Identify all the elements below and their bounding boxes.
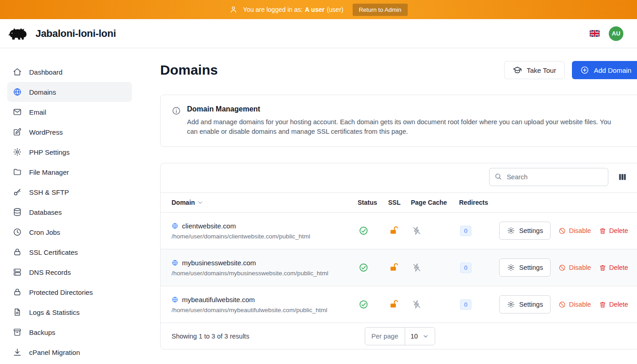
document-root-path: /home/user/domains/mybusinesswebsite.com… [172,270,358,277]
lock-icon [13,288,22,297]
status-active-icon [359,299,369,309]
status-active-icon [359,263,369,273]
sidebar-item-php-settings[interactable]: PHP Settings [7,142,132,162]
user-icon [229,5,238,14]
domain-management-info-card: Domain Management Add and manage domains… [160,95,637,147]
sidebar-item-dashboard[interactable]: Dashboard [7,62,132,82]
sidebar-item-email[interactable]: Email [7,102,132,122]
delete-button[interactable]: Delete [599,264,628,272]
sidebar-item-dns-records[interactable]: DNS Records [7,262,132,282]
column-header-redirects: Redirects [459,199,499,206]
sidebar-item-protected-directories[interactable]: Protected Directories [7,282,132,302]
table-header-row: Domain Status SSL Page Cache Redirects [161,192,637,212]
redirects-count-badge: 0 [460,263,471,273]
settings-button[interactable]: Settings [499,295,551,313]
database-icon [13,207,22,217]
per-page-control: Per page 10 [364,327,435,345]
status-active-icon [359,226,369,236]
disable-button[interactable]: Disable [558,301,591,308]
home-icon [13,67,22,76]
folder-icon [13,167,22,177]
sidebar-item-ssl-certificates[interactable]: SSL Certificates [7,242,132,262]
info-card-body: Add and manage domains for your hosting … [187,117,612,136]
page-cache-off-icon [412,263,422,273]
sidebar-item-cron-jobs[interactable]: Cron Jobs [7,222,132,242]
redirects-count-badge: 0 [460,226,471,236]
globe-icon [172,222,178,229]
sidebar-item-label: Backups [29,329,56,336]
column-settings-button[interactable] [617,171,628,183]
disable-button[interactable]: Disable [558,264,591,272]
delete-button[interactable]: Delete [599,227,628,235]
sidebar-item-label: Protected Directories [29,288,93,296]
document-root-path: /home/user/domains/clientwebsite.com/pub… [172,233,358,240]
sidebar-item-logs-statistics[interactable]: Logs & Statistics [7,302,132,322]
lock-icon [13,248,22,257]
gear-icon [507,300,515,308]
sidebar-item-label: File Manager [29,168,69,176]
pencil-square-icon [13,127,22,136]
domain-name[interactable]: mybusinesswebsite.com [182,259,256,267]
search-icon [494,172,502,181]
settings-button[interactable]: Settings [499,222,551,240]
trash-icon [599,301,607,308]
sidebar-item-file-manager[interactable]: File Manager [7,162,132,182]
download-icon [13,348,22,357]
plus-circle-icon [580,66,589,75]
sidebar-item-label: Email [29,108,46,116]
page-cache-off-icon [412,299,422,309]
results-summary: Showing 1 to 3 of 3 results [172,333,249,340]
info-icon [172,106,181,116]
table-footer: Showing 1 to 3 of 3 results Per page 10 [161,323,637,349]
disable-button[interactable]: Disable [558,227,591,235]
gear-icon [507,227,515,235]
language-flag-icon[interactable] [590,30,600,37]
domain-cell: mybusinesswebsite.com /home/user/domains… [172,259,358,277]
info-card-title: Domain Management [187,105,612,113]
slash-circle-icon [558,227,566,235]
sidebar-item-label: PHP Settings [29,148,70,156]
sidebar-item-label: Dashboard [29,68,62,76]
sidebar-item-label: DNS Records [29,268,71,276]
search-input[interactable] [489,168,608,186]
gear-icon [507,263,515,272]
domain-row: mybeautifulwebsite.com /home/user/domain… [161,286,637,323]
sidebar-item-label: Logs & Statistics [29,308,80,316]
return-to-admin-button[interactable]: Return to Admin [353,4,408,16]
banner-prefix: You are logged in as: [243,6,303,13]
take-tour-button[interactable]: Take Tour [504,61,565,79]
chevron-down-icon [422,333,429,340]
domains-table-card: Domain Status SSL Page Cache Redirects c… [160,163,637,349]
sidebar-item-databases[interactable]: Databases [7,202,132,222]
domain-name[interactable]: clientwebsite.com [182,222,236,230]
search-box [489,168,608,186]
key-icon [13,187,22,197]
delete-button[interactable]: Delete [599,301,628,308]
sidebar-item-ssh-sftp[interactable]: SSH & SFTP [7,182,132,202]
slash-circle-icon [558,301,566,308]
ssl-unlocked-icon [389,263,399,273]
sidebar-item-label: Cron Jobs [29,228,60,236]
chevron-down-icon [197,199,204,206]
trash-icon [599,264,607,272]
user-avatar[interactable]: AU [609,26,623,41]
column-header-domain[interactable]: Domain [172,199,358,206]
domain-row: clientwebsite.com /home/user/domains/cli… [161,212,637,249]
app-header: Jabaloni-loni-loni AU [0,19,637,48]
impersonation-banner: You are logged in as: A user (user) Retu… [0,0,637,19]
domain-name[interactable]: mybeautifulwebsite.com [182,296,255,303]
document-icon [13,308,22,317]
settings-button[interactable]: Settings [499,258,551,277]
column-header-page-cache: Page Cache [411,199,459,206]
sidebar-item-cpanel-migration[interactable]: cPanel Migration [7,342,132,362]
add-domain-button[interactable]: Add Domain [572,61,637,79]
sidebar-item-domains[interactable]: Domains [7,82,132,102]
sidebar-item-wordpress[interactable]: WordPress [7,122,132,142]
column-header-ssl: SSL [388,199,411,206]
per-page-select[interactable]: 10 [405,328,435,345]
gear-icon [13,147,22,157]
banner-user: A user [305,6,324,13]
page-title: Domains [160,62,218,78]
columns-icon [617,172,627,182]
sidebar-item-backups[interactable]: Backups [7,322,132,342]
